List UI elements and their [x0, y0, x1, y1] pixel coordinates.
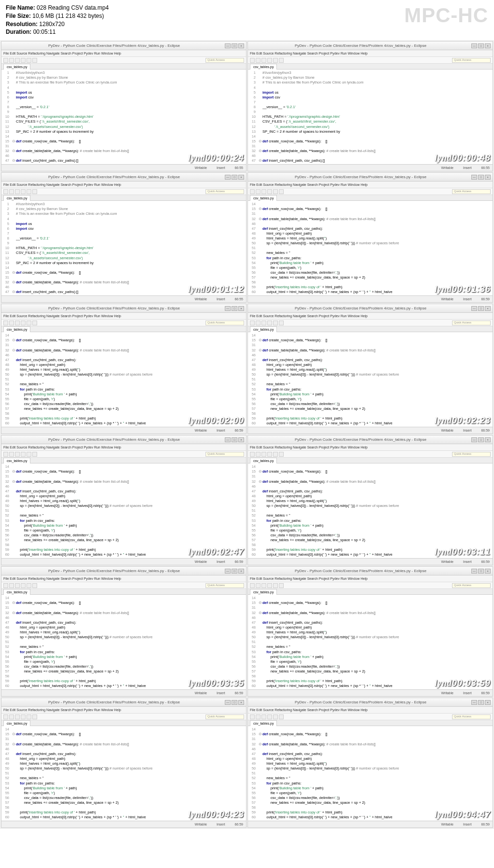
editor-tab[interactable]: csv_tables.py: [3, 195, 30, 201]
tool-button[interactable]: [9, 189, 14, 194]
tool-button[interactable]: [3, 58, 8, 63]
menu-bar[interactable]: File Edit Source Refactoring Navigate Se…: [248, 575, 493, 582]
editor-tab[interactable]: csv_tables.py: [3, 326, 30, 332]
code-editor[interactable]: 1#!/usr/bin/python32# csv_tables.py by B…: [1, 201, 246, 295]
quick-access-search[interactable]: Quick Access: [452, 189, 491, 194]
editor-tab[interactable]: csv_tables.py: [3, 64, 30, 70]
close-button[interactable]: ×: [238, 700, 244, 705]
maximize-button[interactable]: □: [232, 700, 237, 705]
tool-button[interactable]: [27, 58, 31, 63]
tool-button[interactable]: [9, 583, 14, 588]
editor-tab[interactable]: csv_tables.py: [3, 720, 30, 726]
tool-button[interactable]: [267, 452, 272, 457]
tool-button[interactable]: [32, 583, 37, 588]
code-editor[interactable]: 1415⊖def create_row(row_data, **kwargs):…: [248, 726, 493, 821]
menu-bar[interactable]: File Edit Source Refactoring Navigate Se…: [1, 182, 246, 188]
maximize-button[interactable]: □: [232, 175, 237, 180]
tool-button[interactable]: [27, 714, 31, 719]
menu-bar[interactable]: File Edit Source Refactoring Navigate Se…: [1, 313, 246, 320]
menu-bar[interactable]: File Edit Source Refactoring Navigate Se…: [248, 50, 493, 57]
menu-bar[interactable]: File Edit Source Refactoring Navigate Se…: [248, 313, 493, 320]
menu-bar[interactable]: File Edit Source Refactoring Navigate Se…: [248, 707, 493, 714]
minimize-button[interactable]: —: [225, 306, 231, 311]
code-editor[interactable]: 1415⊖def create_row(row_data, **kwargs):…: [248, 463, 493, 558]
tool-button[interactable]: [256, 714, 261, 719]
quick-access-search[interactable]: Quick Access: [206, 452, 244, 457]
tool-button[interactable]: [250, 58, 255, 63]
code-editor[interactable]: 1#!/usr/bin/python32# csv_tables.py by B…: [248, 70, 493, 164]
quick-access-search[interactable]: Quick Access: [452, 321, 491, 325]
editor-tab[interactable]: csv_tables.py: [250, 589, 277, 595]
editor-tab[interactable]: csv_tables.py: [250, 64, 277, 70]
tool-button[interactable]: [3, 583, 8, 588]
quick-access-search[interactable]: Quick Access: [452, 583, 491, 588]
tool-button[interactable]: [273, 321, 278, 325]
tool-button[interactable]: [32, 321, 37, 325]
menu-bar[interactable]: File Edit Source Refactoring Navigate Se…: [1, 707, 246, 714]
maximize-button[interactable]: □: [478, 43, 484, 48]
minimize-button[interactable]: —: [471, 175, 477, 180]
menu-bar[interactable]: File Edit Source Refactoring Navigate Se…: [248, 182, 493, 188]
minimize-button[interactable]: —: [225, 43, 231, 48]
tool-button[interactable]: [15, 189, 20, 194]
tool-button[interactable]: [27, 321, 31, 325]
tool-button[interactable]: [273, 452, 278, 457]
quick-access-search[interactable]: Quick Access: [206, 58, 244, 63]
maximize-button[interactable]: □: [232, 437, 237, 442]
minimize-button[interactable]: —: [471, 700, 477, 705]
maximize-button[interactable]: □: [232, 43, 237, 48]
editor-tab[interactable]: csv_tables.py: [250, 458, 277, 463]
maximize-button[interactable]: □: [478, 700, 484, 705]
minimize-button[interactable]: —: [471, 437, 477, 442]
tool-button[interactable]: [279, 321, 284, 325]
menu-bar[interactable]: File Edit Source Refactoring Navigate Se…: [1, 50, 246, 57]
code-editor[interactable]: 1415⊖def create_row(row_data, **kwargs):…: [1, 463, 246, 558]
tool-button[interactable]: [279, 189, 284, 194]
tool-button[interactable]: [21, 58, 26, 63]
tool-button[interactable]: [3, 321, 8, 325]
close-button[interactable]: ×: [485, 306, 491, 311]
quick-access-search[interactable]: Quick Access: [206, 189, 244, 194]
tool-button[interactable]: [279, 452, 284, 457]
tool-button[interactable]: [9, 58, 14, 63]
tool-button[interactable]: [32, 452, 37, 457]
tool-button[interactable]: [21, 452, 26, 457]
tool-button[interactable]: [250, 714, 255, 719]
tool-button[interactable]: [15, 321, 20, 325]
code-editor[interactable]: 1415⊖def create_row(row_data, **kwargs):…: [248, 595, 493, 689]
tool-button[interactable]: [250, 189, 255, 194]
tool-button[interactable]: [9, 321, 14, 325]
quick-access-search[interactable]: Quick Access: [206, 321, 244, 325]
quick-access-search[interactable]: Quick Access: [452, 58, 491, 63]
close-button[interactable]: ×: [238, 43, 244, 48]
code-editor[interactable]: 1#!/usr/bin/python32# csv_tables.py by B…: [1, 70, 246, 164]
tool-button[interactable]: [21, 583, 26, 588]
tool-button[interactable]: [267, 189, 272, 194]
tool-button[interactable]: [267, 583, 272, 588]
minimize-button[interactable]: —: [471, 43, 477, 48]
code-editor[interactable]: 1415⊖def create_row(row_data, **kwargs):…: [1, 726, 246, 821]
tool-button[interactable]: [261, 714, 266, 719]
tool-button[interactable]: [27, 583, 31, 588]
tool-button[interactable]: [27, 452, 31, 457]
tool-button[interactable]: [250, 321, 255, 325]
minimize-button[interactable]: —: [225, 175, 231, 180]
minimize-button[interactable]: —: [471, 306, 477, 311]
quick-access-search[interactable]: Quick Access: [206, 583, 244, 588]
tool-button[interactable]: [256, 58, 261, 63]
maximize-button[interactable]: □: [478, 306, 484, 311]
editor-tab[interactable]: csv_tables.py: [250, 195, 277, 201]
close-button[interactable]: ×: [485, 700, 491, 705]
editor-tab[interactable]: csv_tables.py: [3, 458, 30, 463]
tool-button[interactable]: [261, 189, 266, 194]
tool-button[interactable]: [256, 583, 261, 588]
maximize-button[interactable]: □: [232, 569, 237, 574]
minimize-button[interactable]: —: [225, 569, 231, 574]
tool-button[interactable]: [273, 58, 278, 63]
menu-bar[interactable]: File Edit Source Refactoring Navigate Se…: [1, 575, 246, 582]
close-button[interactable]: ×: [238, 569, 244, 574]
tool-button[interactable]: [15, 58, 20, 63]
editor-tab[interactable]: csv_tables.py: [3, 589, 30, 595]
minimize-button[interactable]: —: [225, 437, 231, 442]
code-editor[interactable]: 1415⊖def create_row(row_data, **kwargs):…: [248, 332, 493, 427]
